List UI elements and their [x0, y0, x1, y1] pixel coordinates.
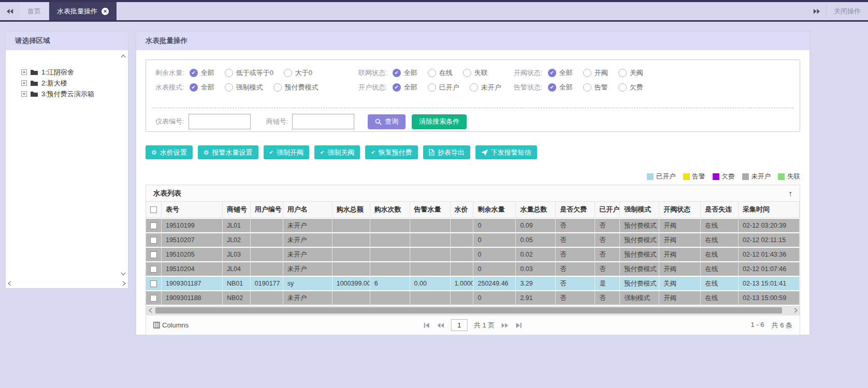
action-button[interactable]: ✔强制开阀: [264, 145, 309, 159]
select-all-checkbox[interactable]: [150, 206, 157, 213]
radio-checked-icon[interactable]: ✔: [190, 83, 198, 92]
radio-option[interactable]: ✔全部: [393, 68, 417, 78]
tree-item[interactable]: +3:预付费云演示箱: [21, 88, 128, 99]
radio-option[interactable]: 已开户: [428, 83, 459, 92]
tree-scroll-right-icon[interactable]: [122, 281, 126, 286]
hscroll-thumb[interactable]: [155, 307, 782, 314]
hscroll-right-icon[interactable]: [791, 306, 800, 315]
radio-option[interactable]: 开阀: [583, 68, 608, 78]
row-checkbox[interactable]: [150, 251, 157, 258]
expand-plus-icon[interactable]: +: [21, 69, 27, 75]
table-row[interactable]: 19510204JL04未开户00.03否否预付费模式开阀在线02-12 01:…: [146, 262, 800, 276]
scroll-top-icon[interactable]: ↑: [789, 185, 793, 202]
tab-home[interactable]: 首页: [20, 2, 49, 20]
column-header[interactable]: 购水次数: [370, 202, 410, 217]
radio-option[interactable]: 大于0: [284, 68, 312, 78]
table-horizontal-scrollbar[interactable]: [146, 306, 800, 315]
column-header[interactable]: 采集时间: [739, 202, 800, 217]
prev-page-icon[interactable]: [437, 322, 445, 329]
column-header[interactable]: 表号: [162, 202, 223, 217]
radio-unchecked-icon[interactable]: [583, 83, 591, 92]
radio-unchecked-icon[interactable]: [618, 83, 627, 92]
tree-scroll-down-icon[interactable]: [121, 272, 126, 276]
column-header[interactable]: 用户名: [283, 202, 332, 217]
meter-no-input[interactable]: [189, 114, 251, 129]
column-header[interactable]: 告警水量: [410, 202, 451, 217]
table-row[interactable]: 1909301188NB02未开户02.91否否强制模式开阀在线02-13 15…: [146, 291, 800, 305]
radio-unchecked-icon[interactable]: [470, 83, 478, 92]
tree-item[interactable]: +1:江阴宿舍: [21, 67, 128, 78]
column-header[interactable]: 用户编号: [251, 202, 283, 217]
row-checkbox[interactable]: [150, 222, 157, 229]
radio-unchecked-icon[interactable]: [225, 69, 233, 77]
row-checkbox[interactable]: [150, 295, 157, 302]
columns-button[interactable]: Columns: [153, 321, 189, 329]
radio-unchecked-icon[interactable]: [273, 83, 282, 92]
action-button[interactable]: ⚙水价设置: [146, 145, 193, 159]
radio-option[interactable]: 失联: [463, 68, 488, 78]
radio-option[interactable]: 在线: [428, 68, 453, 78]
radio-unchecked-icon[interactable]: [284, 69, 292, 77]
table-row[interactable]: 1909301187NB010190177sy1000399.0060.001.…: [146, 277, 800, 290]
expand-plus-icon[interactable]: +: [21, 91, 27, 97]
row-checkbox[interactable]: [150, 266, 157, 273]
radio-unchecked-icon[interactable]: [428, 83, 436, 92]
row-checkbox[interactable]: [150, 280, 157, 287]
column-header[interactable]: 已开户: [595, 202, 620, 217]
radio-checked-icon[interactable]: ✔: [548, 69, 556, 77]
tabs-scroll-right-button[interactable]: [806, 2, 826, 20]
action-button[interactable]: 下发报警短信: [475, 145, 537, 159]
tree-scroll-left-icon[interactable]: [8, 281, 11, 286]
hscroll-left-icon[interactable]: [146, 306, 154, 315]
tabs-scroll-left-button[interactable]: [0, 2, 20, 20]
radio-option[interactable]: ✔全部: [548, 83, 573, 92]
radio-option[interactable]: 未开户: [470, 83, 501, 92]
radio-unchecked-icon[interactable]: [618, 69, 627, 77]
radio-option[interactable]: 强制模式: [225, 83, 263, 92]
radio-unchecked-icon[interactable]: [463, 69, 471, 77]
clear-search-button[interactable]: 清除搜索条件: [412, 114, 467, 129]
radio-unchecked-icon[interactable]: [225, 83, 233, 92]
column-header[interactable]: 强制模式: [620, 202, 659, 217]
first-page-icon[interactable]: [424, 322, 431, 329]
radio-option[interactable]: ✔全部: [190, 83, 214, 92]
radio-checked-icon[interactable]: ✔: [190, 69, 198, 77]
query-button[interactable]: 查询: [368, 114, 406, 129]
radio-option[interactable]: ✔全部: [548, 68, 573, 78]
column-header[interactable]: 开阀状态: [659, 202, 701, 217]
next-page-icon[interactable]: [501, 322, 509, 329]
radio-checked-icon[interactable]: ✔: [548, 83, 556, 92]
column-header[interactable]: 剩余水量: [473, 202, 516, 217]
tree-item[interactable]: +2:新大楼: [21, 78, 128, 88]
action-button[interactable]: ⚙报警水量设置: [198, 145, 258, 159]
radio-option[interactable]: ✔全部: [393, 83, 417, 92]
tab-close-icon[interactable]: ✕: [102, 8, 109, 15]
shop-no-input[interactable]: [292, 114, 354, 129]
tree-scroll-up-icon[interactable]: [121, 54, 126, 58]
column-header[interactable]: 水量总数: [516, 202, 556, 217]
expand-plus-icon[interactable]: +: [21, 80, 27, 86]
action-button[interactable]: ✔强制关阀: [314, 145, 360, 159]
column-header[interactable]: 是否失连: [701, 202, 739, 217]
radio-option[interactable]: 欠费: [618, 83, 643, 92]
close-operations-button[interactable]: 关闭操作: [827, 2, 868, 20]
column-header[interactable]: 购水总额: [332, 202, 370, 217]
last-page-icon[interactable]: [515, 322, 522, 329]
radio-checked-icon[interactable]: ✔: [393, 83, 401, 92]
radio-option[interactable]: 预付费模式: [273, 83, 319, 92]
radio-checked-icon[interactable]: ✔: [393, 69, 401, 77]
action-button[interactable]: ✔恢复预付费: [365, 145, 417, 159]
radio-unchecked-icon[interactable]: [583, 69, 591, 77]
radio-option[interactable]: 关阀: [618, 68, 643, 78]
column-header[interactable]: 水价: [451, 202, 474, 217]
table-row[interactable]: 19510205JL03未开户00.02否否预付费模式开阀在线02-12 01:…: [146, 248, 800, 261]
radio-unchecked-icon[interactable]: [428, 69, 436, 77]
action-button[interactable]: 抄表导出: [423, 145, 470, 159]
radio-option[interactable]: 告警: [583, 83, 608, 92]
column-header[interactable]: 是否欠费: [556, 202, 595, 217]
page-number-input[interactable]: [451, 319, 468, 331]
table-row[interactable]: 19510199JL01未开户00.09否否预付费模式开阀在线02-12 03:…: [146, 219, 800, 232]
column-header[interactable]: 商铺号: [223, 202, 251, 217]
table-row[interactable]: 19510207JL02未开户00.05否否预付费模式开阀在线02-12 02:…: [146, 233, 800, 247]
radio-option[interactable]: ✔全部: [190, 68, 214, 78]
